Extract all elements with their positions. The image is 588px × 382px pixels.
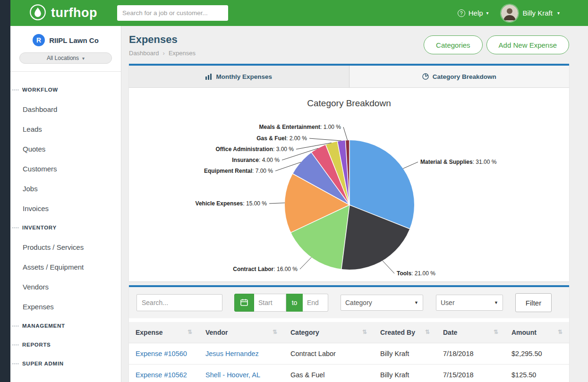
breadcrumb-dashboard[interactable]: Dashboard [129,50,159,57]
column-header-created-by[interactable]: ⇅Created By [374,322,436,343]
pie-label: Material & Supplies: 31.00 % [420,159,496,165]
tab-category-breakdown[interactable]: Category Breakdown [349,66,570,87]
sidebar-item-dashboard[interactable]: Dashboard [10,99,121,119]
sort-icon[interactable]: ⇅ [558,329,562,335]
top-header: turfhop ? Help ▾ Billy Kraft ▾ [10,0,588,26]
tree-dash-icon [12,90,19,90]
breadcrumb-expenses: Expenses [169,50,196,57]
page-actions: Categories Add New Expense [424,35,569,54]
chevron-down-icon: ▼ [494,300,498,305]
pie-area: Category Breakdown Material & Supplies: … [129,88,569,281]
sort-icon[interactable]: ⇅ [425,329,430,335]
sidebar-section-label: SUPER ADMIN [22,361,64,366]
sidebar-item-leads[interactable]: Leads [10,119,121,139]
expense-table-body: Expense #10560Jesus HernandezContract La… [129,343,569,382]
company-header: R RIIPL Lawn Co [10,26,121,46]
tab-label: Monthly Expenses [216,73,272,80]
chevron-down-icon: ▾ [557,10,560,16]
table-search-input[interactable] [136,294,222,311]
sidebar-section-management[interactable]: MANAGEMENT [10,316,121,335]
cell-expense: Expense #10562 [129,365,199,382]
global-search-input[interactable] [117,5,228,21]
help-icon: ? [458,9,465,17]
expense-link[interactable]: Expense #10560 [136,350,187,357]
expenses-chart-card: Monthly Expenses Category Breakdown Cate… [129,64,569,281]
user-menu[interactable]: Billy Kraft ▾ [501,5,560,22]
sidebar-section-label: MANAGEMENT [22,323,65,329]
tree-dash-icon [12,228,19,228]
cell-category: Gas & Fuel [284,365,374,382]
sort-icon[interactable]: ⇅ [187,329,192,335]
chevron-down-icon: ▾ [486,10,489,16]
categories-button[interactable]: Categories [424,35,483,54]
date-end-input[interactable] [303,294,328,312]
sidebar-item-products-services[interactable]: Products / Services [10,237,121,257]
chevron-down-icon: ▾ [82,56,85,61]
cell-created_by: Billy Kraft [374,343,436,365]
column-label: Expense [136,329,163,336]
user-select[interactable]: User ▼ [436,295,503,311]
sidebar-item-invoices[interactable]: Invoices [10,198,121,218]
column-header-date[interactable]: ⇅Date [436,322,505,343]
column-header-category[interactable]: ⇅Category [284,322,374,343]
turfhop-drop-icon [29,4,46,23]
column-header-expense[interactable]: ⇅Expense [129,322,199,343]
sidebar-section-label: WORKFLOW [22,87,58,93]
vendor-link[interactable]: Jesus Hernandez [205,350,259,357]
cell-created_by: Billy Kraft [374,365,436,382]
pie-label: Office Administration: 3.00 % [215,146,294,153]
filter-button[interactable]: Filter [515,293,552,312]
vendor-link[interactable]: Shell - Hoover, AL [205,371,260,379]
page-title: Expenses [129,34,196,46]
breadcrumb: Dashboard › Expenses [129,50,196,57]
column-label: Created By [380,329,415,336]
sidebar-section-reports[interactable]: REPORTS [10,335,121,354]
column-header-amount[interactable]: ⇅Amount [505,322,569,343]
sidebar-item-vendors[interactable]: Vendors [10,277,121,297]
sidebar-section-inventory[interactable]: INVENTORY [10,218,121,237]
column-label: Date [443,329,457,336]
sort-icon[interactable]: ⇅ [273,329,277,335]
sidebar-section-label: INVENTORY [22,225,57,230]
breadcrumb-separator: › [163,50,165,57]
left-edge-strip [0,0,10,382]
category-select[interactable]: Category ▼ [341,295,423,311]
pie-lines [129,88,569,281]
location-label: All Locations [47,55,79,61]
help-label: Help [469,9,483,17]
column-header-vendor[interactable]: ⇅Vendor [199,322,284,343]
sidebar-section-super-admin[interactable]: SUPER ADMIN [10,354,121,373]
expense-link[interactable]: Expense #10562 [136,371,187,379]
chevron-down-icon: ▼ [414,300,418,305]
main-content: Expenses Dashboard › Expenses Categories… [121,26,588,382]
sort-icon[interactable]: ⇅ [494,329,498,335]
company-logo: R [33,34,45,46]
tab-monthly-expenses[interactable]: Monthly Expenses [129,66,349,87]
sidebar-item-customers[interactable]: Customers [10,159,121,178]
table-row: Expense #10560Jesus HernandezContract La… [129,343,569,365]
date-start-input[interactable] [254,294,286,312]
sidebar-item-jobs[interactable]: Jobs [10,178,121,198]
help-menu[interactable]: ? Help ▾ [458,9,489,17]
cell-date: 7/18/2018 [436,343,505,365]
add-new-expense-button[interactable]: Add New Expense [486,35,569,54]
sidebar-item-expenses[interactable]: Expenses [10,297,121,316]
column-label: Amount [511,329,537,336]
tree-dash-icon [12,364,19,364]
sidebar-item-assets-equipment[interactable]: Assets / Equipment [10,257,121,277]
column-label: Category [290,329,319,336]
turfhop-logo[interactable]: turfhop [29,4,97,23]
sidebar-nav: WORKFLOWDashboardLeadsQuotesCustomersJob… [10,72,121,373]
sidebar-item-quotes[interactable]: Quotes [10,139,121,159]
filter-bar: to Category ▼ User ▼ Filter [129,287,569,318]
bar-chart-icon [205,74,212,80]
sidebar: R RIIPL Lawn Co All Locations ▾ WORKFLOW… [10,26,121,382]
cell-expense: Expense #10560 [129,343,199,365]
cell-vendor: Shell - Hoover, AL [199,365,284,382]
cell-vendor: Jesus Hernandez [199,343,284,365]
location-selector[interactable]: All Locations ▾ [19,52,112,64]
tab-label: Category Breakdown [433,73,496,80]
calendar-button[interactable] [234,294,254,312]
sidebar-section-workflow[interactable]: WORKFLOW [10,80,121,99]
sort-icon[interactable]: ⇅ [362,329,367,335]
